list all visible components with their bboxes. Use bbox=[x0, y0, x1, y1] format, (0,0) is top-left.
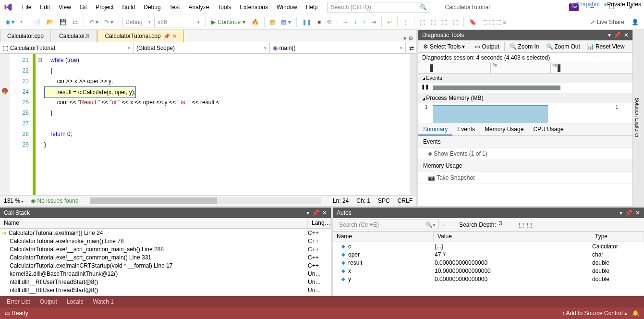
zoom-out-button[interactable]: 🔍 Zoom Out bbox=[543, 42, 583, 51]
zoom-level[interactable]: 131 % bbox=[4, 197, 23, 204]
outdent-button[interactable]: ⬚ bbox=[428, 17, 438, 27]
save-button[interactable]: 💾 bbox=[57, 17, 69, 27]
diag-tab-cpu-usage[interactable]: CPU Usage bbox=[528, 123, 568, 135]
step-button[interactable]: ▦ bbox=[267, 17, 278, 27]
nav-fwd-button[interactable]: • bbox=[18, 17, 24, 27]
live-share-button[interactable]: ↗ Live Share bbox=[586, 19, 628, 25]
nav-back-icon[interactable]: ← bbox=[442, 221, 448, 228]
diag-tab-summary[interactable]: Summary bbox=[418, 123, 452, 135]
diag-tab-events[interactable]: Events bbox=[452, 123, 480, 135]
menu-tools[interactable]: Tools bbox=[214, 2, 235, 12]
menu-test[interactable]: Test bbox=[166, 2, 184, 12]
col-name[interactable]: Name bbox=[0, 218, 308, 228]
dropdown-icon[interactable]: ▾ bbox=[608, 32, 611, 38]
run-to-button[interactable]: ⇥ bbox=[369, 17, 378, 27]
platform-dropdown[interactable]: x86 bbox=[154, 17, 202, 27]
close-icon[interactable]: ✕ bbox=[624, 32, 629, 38]
config-dropdown[interactable]: Debug bbox=[122, 17, 153, 27]
feedback-button[interactable]: 👤 bbox=[629, 17, 641, 27]
callstack-row[interactable]: ntdll.dll!__RtlUserThreadStart@8()Un… bbox=[0, 286, 331, 294]
indent-button[interactable]: ⬚ bbox=[417, 17, 427, 27]
notifications-icon[interactable]: 🔔 bbox=[632, 310, 639, 317]
bottom-tab-output[interactable]: Output bbox=[36, 297, 61, 307]
indent-mode[interactable]: SPC bbox=[378, 197, 390, 204]
bottom-tab-watch-1[interactable]: Watch 1 bbox=[89, 297, 118, 307]
new-button[interactable]: 📄 bbox=[31, 17, 43, 27]
menu-build[interactable]: Build bbox=[119, 2, 139, 12]
nav-fwd-icon[interactable]: → bbox=[450, 221, 456, 228]
step-into-button[interactable]: → bbox=[340, 17, 351, 27]
menu-edit[interactable]: Edit bbox=[36, 2, 54, 12]
view-icon[interactable]: ⬚ bbox=[527, 221, 532, 228]
save-all-button[interactable]: 🗃 bbox=[70, 17, 81, 27]
split-button[interactable]: ⇄ bbox=[406, 42, 416, 53]
tab-CalculatorTutorial.cpp[interactable]: CalculatorTutorial.cpp📌✕ bbox=[97, 30, 183, 42]
autos-row[interactable]: ◆y0.000000000000000double bbox=[333, 275, 644, 283]
filter-icon[interactable]: ⬚ bbox=[519, 221, 524, 228]
menu-git[interactable]: Git bbox=[76, 2, 91, 12]
autos-row[interactable]: ◆result0.000000000000000double bbox=[333, 258, 644, 267]
col-lang[interactable]: Lang… bbox=[308, 218, 331, 228]
undo-button[interactable]: ↶ ▾ bbox=[87, 17, 101, 27]
function-combo[interactable]: ◉ main() bbox=[270, 42, 406, 53]
zoom-in-button[interactable]: 🔍 Zoom In bbox=[507, 42, 542, 51]
callstack-row[interactable]: kernel32.dll!@BaseThreadInitThunk@12()Un… bbox=[0, 270, 331, 278]
menu-analyze[interactable]: Analyze bbox=[185, 2, 213, 12]
col-type[interactable]: Type bbox=[591, 232, 644, 242]
search-box[interactable]: Search (Ctrl+Q) 🔍 bbox=[327, 2, 430, 12]
back-nav-button[interactable]: ↩ bbox=[385, 17, 394, 27]
tool-button[interactable]: ▦ ▾ bbox=[279, 17, 293, 27]
issues-status[interactable]: ◉ No issues found bbox=[31, 197, 78, 204]
more-button[interactable]: ⬚ ⬚ ⬚ ≡ bbox=[480, 17, 509, 27]
callstack-row[interactable]: CalculatorTutorial.exe!invoke_main() Lin… bbox=[0, 237, 331, 245]
show-events-link[interactable]: ◈ Show Events (1 of 1) bbox=[418, 148, 632, 160]
take-snapshot-link[interactable]: 📷 Take Snapshot bbox=[418, 172, 632, 184]
memory-section[interactable]: Process Memory (MB) ▼Snapshot ●Private B… bbox=[418, 93, 632, 103]
autos-row[interactable]: ◆c{...}Calculator bbox=[333, 242, 644, 250]
callstack-row[interactable]: CalculatorTutorial.exe!mainCRTStartup(vo… bbox=[0, 261, 331, 270]
callstack-row[interactable]: ➜CalculatorTutorial.exe!main() Line 24C+… bbox=[0, 229, 331, 237]
misc-button[interactable]: ⋮ bbox=[401, 17, 411, 27]
timeline[interactable]: 2s 4s bbox=[418, 63, 632, 74]
tab-dropdown-icon[interactable]: ▾ bbox=[403, 35, 406, 42]
step-over-button[interactable]: ↓ bbox=[352, 17, 359, 27]
col-value[interactable]: Value bbox=[434, 232, 591, 242]
col-name[interactable]: Name bbox=[333, 232, 434, 242]
redo-button[interactable]: ↷ ▾ bbox=[102, 17, 116, 27]
callstack-row[interactable]: ntdll.dll!__RtlUserThreadStart@8()Un… bbox=[0, 278, 331, 286]
step-out-button[interactable]: ↑ bbox=[360, 17, 368, 27]
scope-combo[interactable]: (Global Scope) bbox=[134, 42, 270, 53]
bottom-tab-locals[interactable]: Locals bbox=[63, 297, 87, 307]
add-source-control[interactable]: ↑ Add to Source Control ▴ bbox=[562, 310, 627, 317]
bottom-tab-error-list[interactable]: Error List bbox=[3, 297, 34, 307]
code-editor[interactable]: ➜ 212223242526272829 ⊟ while (true) { ci… bbox=[0, 54, 416, 195]
comment-button[interactable]: ⬚ bbox=[439, 17, 450, 27]
project-combo[interactable]: ⬚ CalculatorTutorial bbox=[0, 42, 134, 53]
depth-dropdown[interactable]: 3 bbox=[499, 220, 516, 230]
menu-file[interactable]: File bbox=[18, 2, 35, 12]
reset-view-button[interactable]: 📊 Reset View bbox=[584, 42, 627, 51]
autos-search[interactable]: Search (Ctrl+E)🔍▾ bbox=[336, 220, 439, 230]
bookmark-button[interactable]: 🔖 bbox=[467, 17, 479, 27]
pin-icon[interactable]: 📌 bbox=[614, 32, 621, 38]
continue-button[interactable]: Continue ▾ bbox=[208, 17, 248, 27]
autos-row[interactable]: ◆x10.000000000000000double bbox=[333, 267, 644, 275]
tab-gear-icon[interactable]: ⚙ bbox=[408, 35, 413, 42]
callstack-row[interactable]: CalculatorTutorial.exe!__scrt_common_mai… bbox=[0, 253, 331, 261]
hot-reload-button[interactable]: 🔥 bbox=[249, 17, 261, 27]
stop-button[interactable]: ■ bbox=[315, 17, 323, 27]
select-tools-button[interactable]: ⚙ Select Tools ▾ bbox=[420, 42, 468, 51]
output-button[interactable]: ▭ Output bbox=[472, 42, 502, 51]
solution-explorer-tab[interactable]: Solution Explorer bbox=[632, 30, 644, 206]
events-section[interactable]: Events bbox=[418, 74, 632, 83]
nav-back-button[interactable]: ◉ ▾ bbox=[3, 17, 17, 27]
tab-Calculator.cpp[interactable]: Calculator.cpp bbox=[0, 30, 51, 42]
menu-view[interactable]: View bbox=[55, 2, 75, 12]
menu-project[interactable]: Project bbox=[92, 2, 117, 12]
autos-row[interactable]: ◆oper47 '/'char bbox=[333, 250, 644, 258]
uncomment-button[interactable]: ⬚ bbox=[450, 17, 461, 27]
solution-name[interactable]: CalculatorTutorial bbox=[440, 3, 495, 12]
menu-extensions[interactable]: Extensions bbox=[236, 2, 272, 12]
menu-window[interactable]: Window bbox=[273, 2, 301, 12]
menu-debug[interactable]: Debug bbox=[140, 2, 164, 12]
